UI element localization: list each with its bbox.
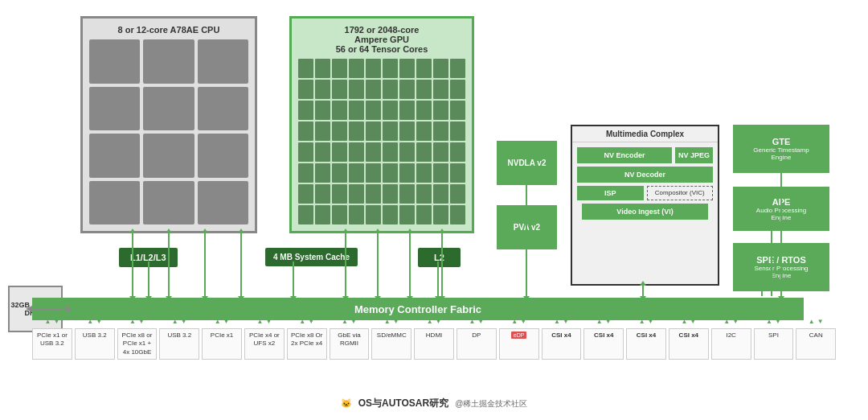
gpu-core <box>383 101 398 120</box>
io-item: I2C <box>711 328 751 360</box>
mcf-label: Memory Controller Fabric <box>354 303 481 315</box>
cache-l2: L2 <box>418 248 461 267</box>
gpu-core <box>349 59 364 78</box>
gpu-core <box>315 80 330 99</box>
arrow-cell: ▲▼ <box>542 318 582 325</box>
mm-inner: NV Encoder NV JPEG NV Decoder ISP Compos… <box>572 142 718 224</box>
gpu-core <box>315 184 330 204</box>
ape-sublabel: Audio ProcessingEngine <box>756 207 806 221</box>
arrow-cell: ▲▼ <box>669 318 709 325</box>
gpu-core <box>399 163 415 183</box>
gpu-core <box>315 59 330 78</box>
io-item: CSI x4 <box>542 328 582 360</box>
gpu-core <box>383 163 398 183</box>
gpu-core <box>315 142 330 162</box>
multimedia-block: Multimedia Complex NV Encoder NV JPEG NV… <box>571 125 719 286</box>
spe-label: SPE / RTOS <box>756 255 806 265</box>
gpu-core <box>366 184 381 204</box>
isp-box: ISP <box>577 186 644 200</box>
gpu-core <box>450 205 465 224</box>
gpu-core <box>349 121 364 141</box>
main-container: 8 or 12-core A78AE CPU 1792 or 2048-core… <box>0 0 868 420</box>
gpu-core <box>366 205 381 224</box>
gpu-core <box>433 163 448 183</box>
cpu-core <box>89 134 140 178</box>
watermark-text: OS与AUTOSAR研究 <box>358 397 448 410</box>
multimedia-title: Multimedia Complex <box>572 126 718 142</box>
gpu-core <box>298 142 313 162</box>
pva-block: PVA v2 <box>497 205 557 249</box>
nvdla-block: NVDLA v2 <box>497 141 557 185</box>
arrow-cell: ▲▼ <box>330 318 370 325</box>
nvdla-label: NVDLA v2 <box>508 159 547 167</box>
gpu-core <box>416 142 432 162</box>
gpu-core <box>315 205 330 224</box>
gpu-core <box>349 184 364 204</box>
gpu-core <box>298 101 313 120</box>
arrow-cell: ▲▼ <box>626 318 666 325</box>
ape-label: APE <box>772 197 791 207</box>
cpu-core <box>198 181 248 225</box>
cpu-core <box>198 134 248 178</box>
gpu-core <box>383 142 398 162</box>
gpu-core <box>298 121 313 141</box>
io-item: HDMI <box>414 328 454 360</box>
arrow-cell: ▲▼ <box>754 318 794 325</box>
io-item: PCIe x1 <box>202 328 242 360</box>
gpu-core <box>349 101 364 120</box>
gpu-core <box>433 205 448 224</box>
gpu-core <box>383 205 398 224</box>
cpu-block: 8 or 12-core A78AE CPU <box>80 16 257 233</box>
nv-jpeg-box: NV JPEG <box>675 147 713 163</box>
nv-encoder-box: NV Encoder <box>577 147 672 163</box>
gpu-title: 1792 or 2048-core Ampere GPU 56 or 64 Te… <box>336 25 428 54</box>
cpu-core <box>89 181 140 225</box>
gpu-core <box>349 80 364 99</box>
gpu-core <box>399 59 415 78</box>
spe-block: SPE / RTOS Sensor ProcessingEngine <box>733 243 829 291</box>
gpu-core <box>450 101 465 120</box>
compositor-box: Compositor (VIC) <box>647 186 714 200</box>
gpu-core <box>383 121 398 141</box>
cache-l1l2l3: L1/L2/L3 <box>119 248 178 267</box>
io-item: CSI x4 <box>583 328 624 360</box>
arrow-cell: ▲▼ <box>583 318 624 325</box>
gpu-core <box>416 59 432 78</box>
gpu-core <box>433 142 448 162</box>
gpu-core <box>298 163 313 183</box>
gpu-core <box>433 59 448 78</box>
gpu-core <box>298 80 313 99</box>
gte-label: GTE <box>772 137 791 146</box>
pva-label: PVA v2 <box>514 223 540 232</box>
arrow-cell: ▲▼ <box>457 318 497 325</box>
gpu-core <box>366 163 381 183</box>
cpu-core <box>143 87 194 131</box>
arrow-cell: ▲▼ <box>117 318 158 325</box>
gpu-core <box>433 184 448 204</box>
mcf-block: Memory Controller Fabric <box>32 298 804 320</box>
watermark-icon: 🐱 <box>341 398 352 409</box>
gpu-core <box>332 142 347 162</box>
gpu-core <box>416 205 432 224</box>
io-item: SD/eMMC <box>371 328 411 360</box>
arrow-cell: ▲▼ <box>499 318 539 325</box>
gpu-core <box>332 121 347 141</box>
cpu-core <box>143 181 194 225</box>
gpu-core <box>366 101 381 120</box>
gpu-core <box>399 121 415 141</box>
gpu-cores-grid <box>298 59 465 224</box>
cpu-cores-grid <box>89 39 248 224</box>
gpu-core <box>383 80 398 99</box>
gpu-core <box>416 121 432 141</box>
gpu-core <box>450 142 465 162</box>
io-item: PCIe x8 or PCIe x1 + 4x 10GbE <box>117 328 158 360</box>
io-item: PCIe x8 Or 2x PCIe x4 <box>287 328 327 360</box>
gpu-core <box>450 59 465 78</box>
gpu-core <box>366 121 381 141</box>
cpu-core <box>198 39 248 84</box>
io-item: DP <box>457 328 497 360</box>
gpu-core <box>416 163 432 183</box>
gpu-block: 1792 or 2048-core Ampere GPU 56 or 64 Te… <box>289 16 474 233</box>
gpu-core <box>349 205 364 224</box>
gpu-core <box>332 163 347 183</box>
